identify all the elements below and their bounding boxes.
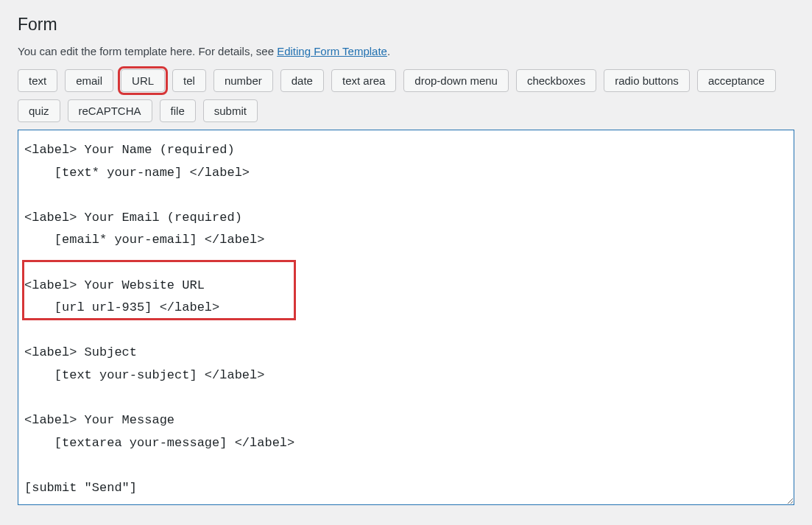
tag-button-quiz[interactable]: quiz — [18, 99, 60, 122]
tag-button-checkboxes[interactable]: checkboxes — [516, 69, 596, 92]
tag-button-email[interactable]: email — [65, 69, 113, 92]
tag-button-acceptance[interactable]: acceptance — [697, 69, 776, 92]
tag-button-text[interactable]: text — [18, 69, 57, 92]
tag-button-date[interactable]: date — [280, 69, 324, 92]
tag-button-url[interactable]: URL — [121, 69, 165, 92]
tag-button-submit[interactable]: submit — [203, 99, 258, 122]
tag-button-radio[interactable]: radio buttons — [604, 69, 690, 92]
editor-wrapper — [18, 130, 794, 508]
description-text-suffix: . — [387, 45, 390, 57]
tag-button-number[interactable]: number — [213, 69, 273, 92]
form-heading: Form — [18, 15, 794, 35]
tag-button-file[interactable]: file — [160, 99, 196, 122]
editing-template-link[interactable]: Editing Form Template — [277, 45, 387, 57]
tag-button-tel[interactable]: tel — [172, 69, 206, 92]
form-description: You can edit the form template here. For… — [18, 45, 794, 57]
tag-button-dropdown[interactable]: drop-down menu — [403, 69, 509, 92]
description-text-prefix: You can edit the form template here. For… — [18, 45, 277, 57]
tag-button-row: text email URL tel number date text area… — [18, 69, 794, 122]
tag-button-recaptcha[interactable]: reCAPTCHA — [68, 99, 152, 122]
tag-button-textarea[interactable]: text area — [331, 69, 396, 92]
form-template-editor[interactable] — [18, 130, 794, 505]
